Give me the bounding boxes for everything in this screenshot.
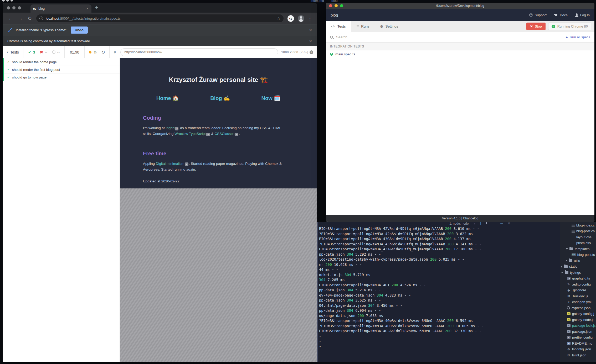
version-footer[interactable]: Version 4.1.0 | Changelog — [326, 215, 594, 222]
status-code: 200 — [445, 329, 451, 333]
reload-icon[interactable]: ↻ — [28, 15, 32, 22]
background-window-dot — [6, 0, 9, 2]
file-tree-item[interactable]: ⚙tsconfig.json — [560, 346, 596, 352]
log-text: ow/page-data.json — [319, 314, 357, 318]
file-tree-item[interactable]: blog-post.cs — [560, 228, 596, 234]
site-nav-link-blog[interactable]: Blog ✍️ — [210, 95, 230, 101]
failed-count[interactable]: ✖ -- — [40, 50, 48, 55]
file-tree-item[interactable]: JSgatsby-node.js — [560, 317, 596, 323]
site-nav-link-now[interactable]: Now 🗓️ — [261, 95, 281, 101]
running-browser-button[interactable]: ✓ Running Chrome 80 — [548, 23, 591, 30]
file-tree-item[interactable]: Pprettier.config.j — [560, 335, 596, 341]
more-actions-icon[interactable]: ··· — [500, 222, 503, 225]
site-info-icon[interactable]: i — [39, 17, 43, 20]
site-link[interactable]: Ingrid — [166, 126, 175, 130]
header-link-support[interactable]: ?Support — [529, 13, 547, 17]
split-terminal-icon[interactable] — [486, 222, 488, 224]
file-tree-item[interactable]: ◆.gitignore — [560, 287, 596, 293]
file-tree-item[interactable]: templates — [560, 246, 596, 252]
test-result-row[interactable]: ✓should go to now page — [4, 73, 120, 81]
back-icon[interactable]: ← — [8, 15, 13, 21]
file-tree-item[interactable]: ✎.editorconfig — [560, 281, 596, 287]
site-viewport: Krzysztof Żuraw personal site 🏗️ Home 🏠B… — [120, 58, 317, 188]
npm-file-icon: n — [567, 330, 571, 333]
header-link-docs[interactable]: Docs — [554, 13, 568, 17]
log-text: pp-data.json — [319, 252, 347, 256]
file-tree-item[interactable]: layout.css — [560, 234, 596, 240]
test-result-row[interactable]: ✓should render the first blog post — [4, 66, 120, 73]
tab-close-icon[interactable]: × — [86, 7, 89, 10]
site-nav-link-home[interactable]: Home 🏠 — [156, 95, 179, 101]
tab-settings[interactable]: ⚙Settings — [375, 21, 403, 32]
npm-file-icon: n — [567, 324, 571, 327]
back-to-tests-button[interactable]: ‹ Tests — [3, 49, 23, 55]
file-tree-item[interactable]: static — [560, 264, 596, 270]
chevron-down-icon[interactable]: ∨ — [473, 222, 475, 225]
scroll-arrows-icon[interactable]: ⇅ — [94, 50, 97, 55]
file-tree-item[interactable]: npackage-lock.js — [560, 323, 596, 329]
file-tree-item[interactable]: npackage.json — [560, 329, 596, 335]
file-name: codegen.yml — [572, 300, 592, 304]
address-bar[interactable]: i localhost :8000/__/#/tests/integration… — [36, 14, 284, 22]
spec-list-empty-area — [326, 58, 594, 215]
site-link[interactable]: Wrocław TypeScript — [174, 132, 206, 136]
chrome-toolbar: ← → ↻ i localhost :8000/__/#/tests/integ… — [3, 13, 317, 24]
pending-count[interactable]: -- — [52, 50, 60, 54]
selector-playground-icon[interactable]: ⌖ — [110, 49, 117, 55]
macos-titlebar[interactable]: /Users/kzuraw/Development/blog — [326, 3, 594, 9]
text: & — [210, 132, 215, 136]
tsgear-file-icon: ⚙ — [567, 347, 571, 351]
viewport-info-icon[interactable]: i — [310, 50, 313, 54]
log-text: 7.285 ms - - — [325, 278, 353, 282]
window-controls[interactable] — [7, 6, 21, 9]
css-file-icon — [572, 242, 575, 244]
file-tree-item[interactable]: blog-index.c — [560, 222, 596, 228]
file-tree-item[interactable]: JSgatsby-config.j — [560, 311, 596, 317]
close-notification-icon[interactable]: ✕ — [309, 28, 312, 33]
close-notification-icon[interactable]: ✕ — [309, 39, 312, 44]
status-code: 304 — [347, 308, 353, 313]
search-input[interactable] — [336, 35, 566, 39]
passed-count[interactable]: ✓ 3 — [28, 50, 35, 55]
autoscroll-dot-icon[interactable] — [89, 51, 91, 54]
log-text: EIO=3&transport=polling&t=N3A_42V&sid=9D… — [319, 226, 445, 231]
site-link[interactable]: CSSClasses — [214, 132, 234, 136]
file-tree-item[interactable]: utils — [560, 258, 596, 264]
test-result-row[interactable]: ✓should render the home page — [4, 58, 120, 66]
forward-icon[interactable]: → — [18, 15, 23, 21]
browser-tab[interactable]: cy blog × — [30, 4, 91, 13]
header-link-label: Support — [535, 13, 547, 17]
test-list: ✓should render the home page✓should rend… — [3, 58, 120, 81]
folder-icon — [569, 259, 572, 262]
bookmark-star-icon[interactable]: ☆ — [277, 16, 280, 21]
kill-terminal-icon[interactable] — [493, 222, 495, 224]
status-code: 304 — [345, 273, 351, 277]
file-tree-item[interactable]: typings — [560, 270, 596, 276]
undo-button[interactable]: Undo — [71, 27, 88, 34]
cypress-extension-icon[interactable]: cy — [287, 15, 294, 22]
file-tree-item[interactable]: MREADME.md — [560, 340, 596, 346]
rerun-tests-icon[interactable]: ↻ — [101, 49, 105, 55]
close-panel-icon[interactable]: ✕ — [508, 222, 510, 225]
run-all-specs-button[interactable]: ▶ Run all specs — [566, 35, 590, 39]
file-tree-item[interactable]: TSXblog-post.ts — [560, 252, 596, 258]
header-link-log-in[interactable]: Log In — [575, 13, 590, 17]
new-tab-button[interactable]: + — [95, 5, 98, 10]
stop-button[interactable]: ✖ Stop — [526, 23, 546, 30]
file-tree-item[interactable]: Ycodegen.yml — [560, 299, 596, 305]
file-tree-item[interactable]: cypress.json — [560, 305, 596, 311]
file-tree-item[interactable]: TSgraphql.d.ts — [560, 276, 596, 282]
file-tree-item[interactable]: ⚙tslint.json — [560, 352, 596, 358]
terminal-shell-select[interactable]: 1. node, node — [449, 222, 469, 225]
file-tree-item[interactable]: ✻.huskyrc.js — [560, 293, 596, 299]
site-link[interactable]: Digital minimalism — [156, 162, 184, 166]
profile-avatar[interactable] — [298, 15, 304, 22]
aut-url-bar[interactable]: http://localhost:8000/now — [120, 48, 278, 56]
tab-tests[interactable]: </>Tests — [326, 21, 351, 32]
spec-file-row[interactable]: main.spec.ts — [326, 50, 594, 58]
chrome-menu-icon[interactable]: ⋮ — [308, 16, 312, 21]
vscode-terminal[interactable]: 1. node, node ∨ | ··· ✕ EIO=3&transport=… — [317, 222, 560, 362]
status-code: 200 — [325, 262, 332, 267]
tab-runs[interactable]: ☰Runs — [351, 21, 374, 32]
file-tree-item[interactable]: prism.css — [560, 240, 596, 246]
